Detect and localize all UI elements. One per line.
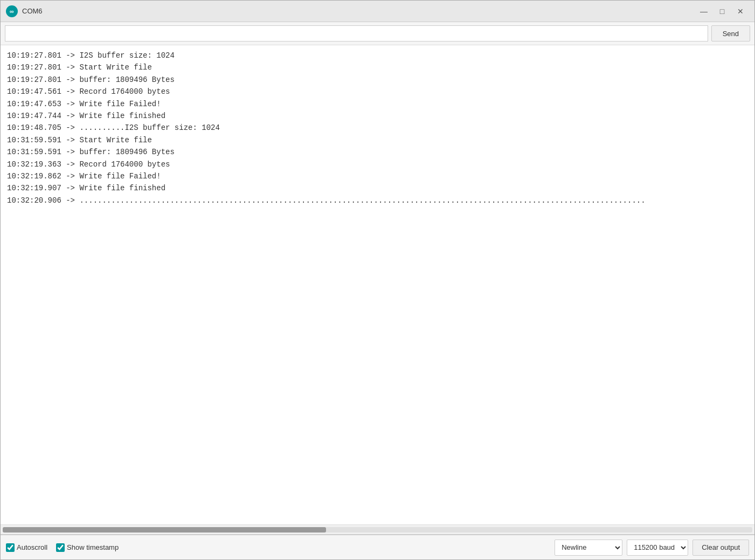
autoscroll-label[interactable]: Autoscroll	[17, 543, 47, 551]
scrollbar-thumb[interactable]	[3, 527, 326, 533]
autoscroll-checkbox[interactable]	[6, 543, 15, 552]
input-bar: Send	[1, 22, 754, 45]
output-line: 10:32:19.862 -> Write file Failed!	[7, 170, 748, 182]
timestamp-checkbox[interactable]	[56, 543, 65, 552]
output-line: 10:19:48.705 -> ..........I2S buffer siz…	[7, 122, 748, 134]
svg-text:∞: ∞	[10, 8, 14, 15]
timestamp-group: Show timestamp	[56, 543, 119, 552]
output-line: 10:32:20.906 -> ........................…	[7, 195, 748, 206]
autoscroll-group: Autoscroll	[6, 543, 47, 552]
output-line: 10:31:59.591 -> Start Write file	[7, 134, 748, 146]
output-line: 10:31:59.591 -> buffer: 1809496 Bytes	[7, 146, 748, 158]
timestamp-label[interactable]: Show timestamp	[67, 543, 119, 551]
scrollbar-area[interactable]	[1, 525, 754, 535]
output-line: 10:19:27.801 -> buffer: 1809496 Bytes	[7, 74, 748, 86]
serial-monitor-window: ∞ COM6 — □ ✕ Send 10:19:27.801 -> I2S bu…	[0, 0, 755, 560]
bottom-right-controls: No line endingNewlineCarriage returnBoth…	[555, 540, 749, 556]
arduino-logo-icon: ∞	[6, 5, 18, 17]
window-controls: — □ ✕	[695, 4, 749, 19]
serial-input[interactable]	[5, 25, 708, 42]
baud-select[interactable]: 300 baud1200 baud2400 baud4800 baud9600 …	[627, 540, 688, 556]
clear-output-button[interactable]: Clear output	[692, 540, 749, 556]
window-title: COM6	[22, 7, 43, 15]
send-button[interactable]: Send	[711, 25, 750, 42]
output-area[interactable]: 10:19:27.801 -> I2S buffer size: 102410:…	[1, 45, 754, 525]
maximize-button[interactable]: □	[714, 4, 731, 19]
minimize-button[interactable]: —	[695, 4, 712, 19]
newline-select[interactable]: No line endingNewlineCarriage returnBoth…	[555, 540, 622, 556]
output-line: 10:19:27.801 -> Start Write file	[7, 61, 748, 73]
title-bar: ∞ COM6 — □ ✕	[1, 1, 754, 22]
output-line: 10:32:19.363 -> Record 1764000 bytes	[7, 158, 748, 170]
scrollbar-track[interactable]	[3, 527, 752, 533]
output-line: 10:19:47.561 -> Record 1764000 bytes	[7, 86, 748, 98]
output-line: 10:32:19.907 -> Write file finished	[7, 182, 748, 194]
output-line: 10:19:27.801 -> I2S buffer size: 1024	[7, 50, 748, 61]
title-bar-left: ∞ COM6	[6, 5, 43, 17]
close-button[interactable]: ✕	[732, 4, 749, 19]
output-line: 10:19:47.653 -> Write file Failed!	[7, 98, 748, 110]
bottom-bar: Autoscroll Show timestamp No line ending…	[1, 535, 754, 559]
output-line: 10:19:47.744 -> Write file finished	[7, 110, 748, 122]
